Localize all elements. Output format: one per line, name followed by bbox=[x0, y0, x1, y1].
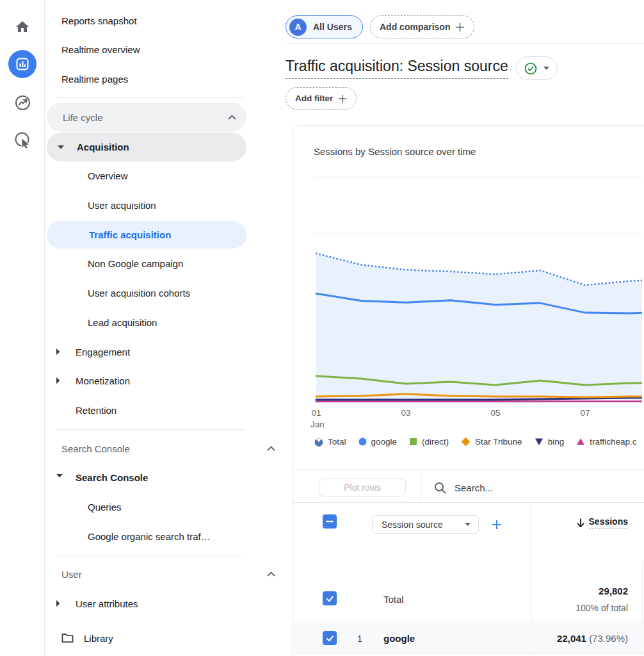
sidebar-item-library[interactable]: Library bbox=[45, 628, 286, 648]
add-comparison-button[interactable]: Add comparison bbox=[370, 15, 474, 38]
home-icon bbox=[15, 19, 30, 35]
advertising-nav-button[interactable] bbox=[0, 131, 45, 149]
audience-chip-all-users[interactable]: A All Users bbox=[286, 15, 363, 38]
total-row-label: Total bbox=[383, 594, 404, 605]
sidebar-item-retention[interactable]: Retention bbox=[45, 400, 286, 420]
search-input[interactable] bbox=[455, 482, 621, 493]
sessions-column-header[interactable]: Sessions bbox=[531, 516, 628, 529]
sidebar-item-label: User acquisition bbox=[88, 200, 156, 211]
sidebar-item-reports-snapshot[interactable]: Reports snapshot bbox=[45, 10, 286, 31]
sort-descending-arrow-icon bbox=[576, 518, 585, 528]
row-sessions-number: 22,041 bbox=[557, 633, 586, 644]
legend-item-star-tribune[interactable]: Star Tribune bbox=[461, 437, 522, 447]
advertising-icon bbox=[14, 131, 31, 149]
row-checkbox[interactable] bbox=[323, 631, 337, 645]
svg-text:01: 01 bbox=[311, 408, 321, 418]
total-sessions-value: 29,802 bbox=[531, 586, 628, 596]
sidebar-item-overview[interactable]: Overview bbox=[45, 165, 286, 186]
add-comparison-label: Add comparison bbox=[380, 22, 450, 32]
explore-nav-button[interactable] bbox=[0, 94, 45, 111]
sidebar-item-non-google-campaign[interactable]: Non Google campaign bbox=[45, 253, 286, 274]
home-nav-button[interactable] bbox=[0, 19, 45, 35]
sidebar-item-engagement[interactable]: Engagement bbox=[45, 341, 286, 362]
total-row-checkbox[interactable] bbox=[323, 591, 337, 605]
legend-item-bing[interactable]: bing bbox=[535, 437, 565, 447]
legend-label: google bbox=[371, 437, 398, 447]
reports-active-circle bbox=[8, 50, 36, 78]
sidebar-item-lead-acquisition[interactable]: Lead acquisition bbox=[45, 312, 286, 332]
plus-icon bbox=[455, 22, 465, 32]
sidebar-item-label: Google organic search traf… bbox=[88, 531, 211, 542]
diamond-marker-icon bbox=[461, 437, 471, 447]
legend-label: Total bbox=[328, 437, 346, 447]
sessions-column-label: Sessions bbox=[589, 516, 628, 529]
sidebar-item-label: Realtime overview bbox=[61, 44, 140, 55]
sidebar-item-search-console[interactable]: Search Console bbox=[45, 467, 286, 488]
report-status-dropdown[interactable] bbox=[516, 56, 558, 80]
sidebar-item-label: Monetization bbox=[76, 375, 130, 386]
check-icon bbox=[325, 594, 335, 603]
legend-label: (direct) bbox=[422, 437, 449, 447]
sidebar-item-label: Reports snapshot bbox=[61, 15, 137, 26]
sidebar-divider bbox=[56, 97, 245, 98]
sidebar-item-label: Library bbox=[84, 633, 113, 644]
chart-legend: Totalgoogle(direct)Star Tribunebingtraff… bbox=[314, 437, 636, 447]
page-title: Traffic acquisition: Session source bbox=[286, 58, 508, 79]
report-card: Sessions by Session source over time 010… bbox=[293, 125, 644, 656]
sidebar-item-google-organic-search[interactable]: Google organic search traf… bbox=[45, 526, 286, 546]
sidebar-item-label: User attributes bbox=[76, 598, 138, 609]
sidebar-item-user-attributes[interactable]: User attributes bbox=[45, 593, 286, 614]
plot-rows-button[interactable]: Plot rows bbox=[319, 479, 406, 496]
sidebar-item-label: Non Google campaign bbox=[88, 258, 183, 269]
add-filter-label: Add filter bbox=[295, 94, 333, 103]
minus-icon bbox=[325, 517, 334, 526]
row-rank: 1 bbox=[357, 634, 362, 644]
add-column-button[interactable] bbox=[489, 517, 504, 532]
plus-icon bbox=[492, 520, 502, 530]
legend-item--direct-[interactable]: (direct) bbox=[409, 437, 449, 447]
dimension-selector[interactable]: Session source bbox=[372, 515, 479, 534]
green-check-circle-icon bbox=[524, 62, 537, 75]
sidebar-item-label: Traffic acquisition bbox=[89, 229, 171, 240]
legend-label: bing bbox=[548, 437, 565, 447]
caret-right-icon bbox=[56, 348, 63, 355]
sidebar-item-traffic-acquisition-selected[interactable]: Traffic acquisition bbox=[47, 221, 246, 249]
legend-label: trafficheap.c bbox=[590, 437, 636, 447]
sidebar-item-label: User acquisition cohorts bbox=[88, 288, 190, 299]
svg-text:Jan: Jan bbox=[310, 420, 325, 429]
row-source: google bbox=[383, 633, 415, 644]
legend-item-total[interactable]: Total bbox=[314, 437, 346, 447]
section-header-user[interactable]: User bbox=[45, 564, 286, 584]
caret-down-icon bbox=[465, 523, 471, 526]
plus-icon bbox=[338, 94, 347, 103]
sidebar-item-realtime-overview[interactable]: Realtime overview bbox=[45, 39, 286, 60]
audience-chip-label: All Users bbox=[313, 22, 352, 32]
svg-text:03: 03 bbox=[401, 408, 410, 418]
explore-icon bbox=[14, 94, 31, 111]
section-header-life-cycle[interactable]: Life cycle bbox=[47, 102, 246, 132]
caret-down-icon bbox=[58, 145, 64, 152]
reports-nav-button[interactable] bbox=[0, 50, 45, 78]
sessions-chart: 01030507Jan bbox=[293, 126, 644, 433]
sidebar-item-realtime-pages[interactable]: Realtime pages bbox=[45, 69, 286, 89]
chevron-up-icon bbox=[267, 446, 275, 451]
legend-item-google[interactable]: google bbox=[358, 437, 398, 447]
table-search bbox=[434, 477, 644, 498]
row-divider bbox=[293, 653, 644, 653]
circle-marker-icon bbox=[358, 438, 367, 446]
sidebar-item-acquisition[interactable]: Acquisition bbox=[47, 133, 246, 161]
sidebar-item-monetization[interactable]: Monetization bbox=[45, 370, 286, 391]
sidebar-item-user-acquisition[interactable]: User acquisition bbox=[45, 195, 286, 215]
scallop-marker-icon bbox=[314, 438, 323, 447]
select-all-checkbox-indeterminate[interactable] bbox=[323, 514, 337, 529]
section-header-search-console[interactable]: Search Console bbox=[45, 438, 286, 459]
sidebar-item-label: Overview bbox=[88, 170, 128, 181]
legend-item-trafficheap-c[interactable]: trafficheap.c bbox=[576, 437, 636, 447]
sidebar-divider bbox=[56, 429, 245, 430]
add-filter-button[interactable]: Add filter bbox=[286, 87, 357, 110]
sidebar-item-user-acquisition-cohorts[interactable]: User acquisition cohorts bbox=[45, 283, 286, 303]
sidebar-item-queries[interactable]: Queries bbox=[45, 496, 286, 517]
folder-icon bbox=[61, 633, 74, 643]
chevron-up-icon bbox=[267, 571, 275, 577]
header-divider bbox=[286, 43, 644, 44]
